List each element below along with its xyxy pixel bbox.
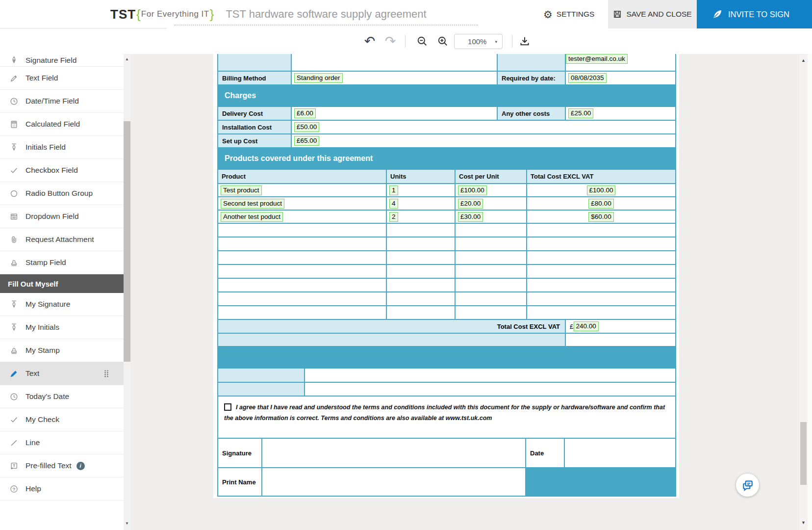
- sidebar-scrollbar[interactable]: ▲ ▼: [124, 54, 130, 530]
- settings-label: SETTINGS: [557, 10, 595, 19]
- sidebar-item-datetime-field[interactable]: Date/Time Field: [0, 90, 124, 113]
- sidebar-item-label: My Check: [25, 415, 59, 424]
- sidebar-item-request-attachment[interactable]: Request Attachment: [0, 228, 124, 251]
- table-cell: [305, 369, 675, 382]
- document-title[interactable]: TST hardware software supply agreement: [226, 8, 426, 21]
- top-header: TST { For Everything IT } TST hardware s…: [0, 0, 812, 28]
- zoom-in-button[interactable]: [434, 28, 451, 54]
- column-header-units: Units: [387, 170, 455, 183]
- scroll-down-icon[interactable]: ▼: [799, 520, 808, 525]
- zoom-level-select[interactable]: 100% ▾: [454, 34, 503, 49]
- terms-block: I agree that I have read and understood …: [218, 397, 675, 438]
- fields-sidebar: Signature Field Text Field Date/Time Fie…: [0, 54, 124, 530]
- brand-name: TST: [110, 7, 136, 22]
- sidebar-item-label: My Signature: [25, 300, 70, 309]
- scroll-up-icon[interactable]: ▲: [124, 57, 130, 61]
- total-cost-field[interactable]: £80.00: [588, 199, 613, 209]
- page-scrollbar[interactable]: ▲ ▼: [799, 55, 808, 530]
- dropdown-list-icon: [8, 212, 19, 221]
- product-name-field[interactable]: Second test product: [221, 199, 284, 209]
- sidebar-item-calculated-field[interactable]: Calculated Field: [0, 113, 124, 136]
- redo-button[interactable]: ↷: [381, 28, 399, 54]
- any-other-costs-field[interactable]: £25.00: [568, 108, 593, 118]
- sidebar-item-checkbox-field[interactable]: Checkbox Field: [0, 159, 124, 182]
- sidebar-item-label: Initials Field: [25, 143, 66, 152]
- save-and-close-button[interactable]: SAVE AND CLOSE: [608, 0, 697, 28]
- units-field[interactable]: 2: [389, 212, 398, 222]
- scroll-up-icon[interactable]: ▲: [799, 58, 808, 63]
- total-cost-field[interactable]: £100.00: [587, 186, 616, 195]
- cost-per-unit-field[interactable]: £30.00: [458, 212, 483, 222]
- cost-per-unit-field[interactable]: £100.00: [458, 186, 487, 195]
- sidebar-item-line[interactable]: Line: [0, 431, 124, 454]
- download-button[interactable]: [516, 28, 533, 54]
- print-name-label: Print Name: [218, 468, 261, 496]
- zoom-out-button[interactable]: [414, 28, 431, 54]
- sidebar-item-my-stamp[interactable]: My Stamp: [0, 339, 124, 362]
- table-cell: £ 240.00: [566, 320, 675, 333]
- sidebar-item-radio-button-group[interactable]: Radio Button Group: [0, 182, 124, 205]
- total-cost-field[interactable]: $60.00: [588, 212, 613, 222]
- installation-cost-label: Installation Cost: [218, 121, 291, 133]
- sidebar-item-help[interactable]: ? Help: [0, 477, 124, 501]
- stamp-icon: [8, 346, 19, 355]
- chat-button[interactable]: [736, 474, 759, 497]
- units-field[interactable]: 4: [389, 199, 398, 209]
- sidebar-item-label: Today's Date: [25, 392, 69, 401]
- table-row: [218, 251, 675, 264]
- sidebar-item-label: Dropdown Field: [25, 212, 79, 221]
- delivery-cost-field[interactable]: £6.00: [294, 108, 316, 118]
- sidebar-item-text[interactable]: Text: [0, 362, 124, 385]
- invite-to-sign-label: INVITE TO SIGN: [728, 10, 789, 19]
- setup-cost-label: Set up Cost: [218, 134, 291, 147]
- terms-checkbox[interactable]: [224, 403, 231, 411]
- product-name-field[interactable]: Test product: [221, 186, 262, 195]
- cost-per-unit-field[interactable]: £20.00: [458, 199, 483, 209]
- required-by-date-field[interactable]: 08/08/2035: [568, 73, 607, 83]
- sidebar-item-label: My Initials: [25, 323, 59, 332]
- svg-text:?: ?: [12, 486, 15, 491]
- signature-label: Signature: [218, 439, 261, 467]
- table-cell: [498, 54, 565, 71]
- grand-total-label: Total Cost EXCL VAT: [218, 320, 565, 333]
- settings-button[interactable]: ⚙ SETTINGS: [543, 0, 594, 28]
- sidebar-item-my-signature[interactable]: My Signature: [0, 293, 124, 316]
- document-title-field[interactable]: TST hardware software supply agreement: [174, 4, 478, 26]
- date-input-cell[interactable]: [565, 439, 675, 467]
- calculator-icon: [8, 120, 19, 129]
- product-name-field[interactable]: Another test poduct: [221, 212, 283, 222]
- setup-cost-field[interactable]: £65.00: [294, 136, 319, 146]
- sidebar-item-todays-date[interactable]: Today's Date: [0, 385, 124, 408]
- email-field[interactable]: tester@email.co.uk: [566, 54, 628, 64]
- sidebar-item-label: Help: [25, 484, 41, 493]
- signature-input-cell[interactable]: [262, 439, 525, 467]
- sidebar-item-stamp-field[interactable]: Stamp Field: [0, 251, 124, 274]
- sidebar-scrollbar-thumb[interactable]: [124, 121, 130, 362]
- installation-cost-field[interactable]: £50.00: [294, 122, 319, 132]
- print-name-input-cell[interactable]: [262, 468, 525, 496]
- sidebar-item-signature-field[interactable]: Signature Field: [0, 54, 124, 67]
- scroll-down-icon[interactable]: ▼: [124, 521, 130, 526]
- sidebar-item-my-initials[interactable]: My Initials: [0, 316, 124, 339]
- invite-to-sign-button[interactable]: INVITE TO SIGN: [697, 0, 812, 28]
- billing-method-field[interactable]: Standing order: [294, 73, 343, 83]
- sidebar-item-text-field[interactable]: Text Field: [0, 67, 124, 90]
- units-field[interactable]: 1: [389, 186, 398, 195]
- column-header-total-cost: Total Cost EXCL VAT: [527, 170, 675, 183]
- section-header-label: Fill Out Myself: [8, 280, 58, 288]
- billing-method-label: Billing Method: [218, 72, 291, 84]
- grand-total-field[interactable]: 240.00: [574, 321, 599, 331]
- sidebar-item-dropdown-field[interactable]: Dropdown Field: [0, 205, 124, 228]
- table-cell: £25.00: [566, 107, 675, 120]
- drag-handle-icon[interactable]: [104, 370, 109, 377]
- delivery-cost-label: Delivery Cost: [218, 107, 291, 120]
- undo-button[interactable]: ↶: [361, 28, 379, 54]
- sidebar-item-label: Pre-filled Text: [25, 461, 72, 470]
- table-row: [218, 265, 675, 278]
- sidebar-item-pre-filled-text[interactable]: Pre-filled Text i: [0, 454, 124, 477]
- info-icon[interactable]: i: [76, 462, 85, 470]
- sidebar-item-initials-field[interactable]: Initials Field: [0, 136, 124, 159]
- sidebar-item-my-check[interactable]: My Check: [0, 408, 124, 431]
- page-scrollbar-thumb[interactable]: [800, 422, 807, 485]
- sidebar-item-label: Stamp Field: [25, 258, 66, 267]
